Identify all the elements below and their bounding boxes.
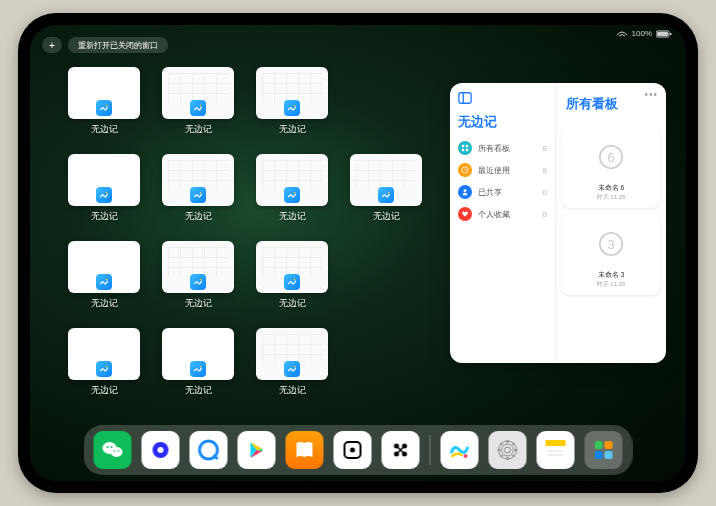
app-window[interactable]: 无边记 (256, 67, 328, 136)
nav-label: 个人收藏 (478, 209, 537, 220)
svg-point-3 (106, 105, 108, 107)
more-icon[interactable]: ••• (644, 89, 658, 100)
window-label: 无边记 (279, 210, 306, 223)
board-label: 未命名 3 (568, 268, 654, 280)
dock-app-wechat[interactable] (94, 431, 132, 469)
board-card[interactable]: 6未命名 6昨天 11:25 (562, 127, 660, 208)
svg-point-7 (200, 192, 202, 194)
window-thumbnail (68, 67, 140, 119)
dock-app-books[interactable] (286, 431, 324, 469)
reopen-closed-button[interactable]: 重新打开已关闭的窗口 (68, 37, 168, 53)
dock-app-settings[interactable] (489, 431, 527, 469)
dock-app-dice[interactable] (334, 431, 372, 469)
freeform-panel[interactable]: 无边记 所有看板8最近使用8已共享0个人收藏0 ••• 所有看板 6未命名 6昨… (450, 83, 666, 363)
app-window[interactable]: 无边记 (162, 154, 234, 223)
sidebar-icon[interactable] (458, 91, 472, 105)
window-thumbnail (162, 154, 234, 206)
app-window[interactable]: 无边记 (350, 154, 422, 223)
svg-point-9 (388, 192, 390, 194)
window-label: 无边记 (279, 297, 306, 310)
window-thumbnail (68, 328, 140, 380)
dock-app-quark[interactable] (142, 431, 180, 469)
app-window[interactable]: 无边记 (162, 67, 234, 136)
freeform-icon (190, 274, 206, 290)
board-preview: 3 (568, 220, 654, 268)
freeform-icon (190, 361, 206, 377)
svg-point-48 (505, 447, 511, 453)
svg-point-31 (111, 446, 113, 448)
panel-sidebar: 无边记 所有看板8最近使用8已共享0个人收藏0 (450, 83, 556, 363)
dock (84, 425, 633, 475)
window-label: 无边记 (279, 123, 306, 136)
svg-point-14 (200, 366, 202, 368)
window-label: 无边记 (185, 297, 212, 310)
svg-text:3: 3 (607, 237, 614, 252)
window-label: 无边记 (91, 297, 118, 310)
app-window[interactable]: 无边记 (256, 241, 328, 310)
svg-rect-62 (595, 451, 603, 459)
app-window[interactable]: 无边记 (68, 328, 140, 397)
wifi-icon (616, 30, 628, 38)
app-window[interactable]: 无边记 (68, 241, 140, 310)
freeform-icon (284, 274, 300, 290)
svg-rect-21 (466, 149, 468, 151)
svg-point-45 (464, 454, 468, 458)
window-thumbnail (256, 241, 328, 293)
board-label: 未命名 6 (568, 181, 654, 193)
panel-boards: ••• 所有看板 6未命名 6昨天 11:253未命名 3昨天 11:25 (556, 83, 666, 363)
app-window[interactable]: 无边记 (68, 67, 140, 136)
window-thumbnail (162, 328, 234, 380)
dock-app-library[interactable] (585, 431, 623, 469)
nav-count: 8 (543, 144, 547, 153)
nav-item-clock[interactable]: 最近使用8 (456, 159, 549, 181)
dock-app-freeform[interactable] (441, 431, 479, 469)
svg-point-32 (114, 450, 116, 452)
nav-item-heart[interactable]: 个人收藏0 (456, 203, 549, 225)
nav-count: 0 (543, 210, 547, 219)
freeform-icon (96, 100, 112, 116)
svg-point-33 (118, 450, 120, 452)
new-window-button[interactable]: + (42, 37, 62, 53)
freeform-icon (284, 187, 300, 203)
board-preview: 6 (568, 133, 654, 181)
dock-app-dots[interactable] (382, 431, 420, 469)
svg-point-15 (294, 366, 296, 368)
svg-point-10 (106, 279, 108, 281)
app-window[interactable]: 无边记 (256, 154, 328, 223)
battery-text: 100% (632, 29, 652, 38)
app-window[interactable]: 无边记 (162, 241, 234, 310)
svg-point-30 (107, 446, 109, 448)
svg-point-47 (502, 444, 514, 456)
svg-point-4 (200, 105, 202, 107)
freeform-icon (284, 361, 300, 377)
freeform-icon (190, 187, 206, 203)
window-thumbnail (350, 154, 422, 206)
window-label: 无边记 (91, 384, 118, 397)
board-card[interactable]: 3未命名 3昨天 11:25 (562, 214, 660, 295)
dock-app-notes[interactable] (537, 431, 575, 469)
tablet-frame: 100% + 重新打开已关闭的窗口 无边记无边记无边记无边记无边记无边记无边记无… (18, 13, 698, 493)
svg-point-8 (294, 192, 296, 194)
svg-rect-16 (459, 93, 471, 104)
window-label: 无边记 (185, 384, 212, 397)
app-window[interactable]: 无边记 (162, 328, 234, 397)
svg-point-6 (106, 192, 108, 194)
window-label: 无边记 (279, 384, 306, 397)
svg-point-12 (294, 279, 296, 281)
app-window[interactable]: 无边记 (256, 328, 328, 397)
dock-app-qqbrowser[interactable] (190, 431, 228, 469)
app-switcher-grid: 无边记无边记无边记无边记无边记无边记无边记无边记无边记无边记无边记无边记无边记 (68, 67, 422, 397)
nav-label: 所有看板 (478, 143, 537, 154)
svg-point-35 (158, 447, 164, 453)
window-thumbnail (256, 154, 328, 206)
dock-divider (430, 435, 431, 465)
dock-app-play[interactable] (238, 431, 276, 469)
freeform-icon (284, 100, 300, 116)
nav-item-grid[interactable]: 所有看板8 (456, 137, 549, 159)
app-window[interactable]: 无边记 (68, 154, 140, 223)
window-thumbnail (68, 241, 140, 293)
svg-rect-57 (546, 440, 566, 446)
svg-point-13 (106, 366, 108, 368)
nav-item-person[interactable]: 已共享0 (456, 181, 549, 203)
svg-rect-61 (605, 441, 613, 449)
